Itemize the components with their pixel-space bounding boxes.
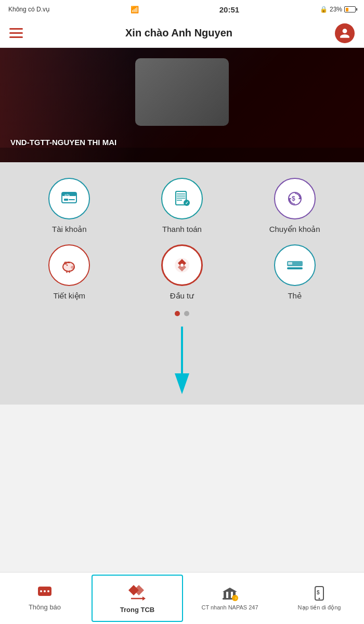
svg-text:⚡: ⚡ [233, 595, 238, 601]
service-tai-khoan[interactable]: </> Tài khoản [16, 178, 123, 234]
battery-percent: 23% [330, 6, 342, 13]
svg-rect-26 [287, 267, 303, 269]
arrow-annotation [10, 327, 354, 389]
nav-ct-nhanh[interactable]: ⚡ CT nhanh NAPAS 247 [185, 573, 275, 624]
chuyen-khoan-icon-wrap: $ [274, 178, 316, 219]
svg-rect-18 [67, 262, 70, 263]
tai-khoan-icon-wrap: </> [48, 178, 90, 219]
battery-icon [344, 6, 356, 12]
svg-point-24 [180, 264, 184, 267]
tiet-kiem-icon-wrap [48, 244, 90, 286]
svg-point-46 [319, 598, 320, 600]
dau-tu-label: Đầu tư [170, 291, 194, 301]
message-icon [37, 586, 53, 600]
svg-rect-20 [69, 270, 70, 273]
svg-text:$: $ [317, 590, 320, 595]
tiet-kiem-label: Tiết kiệm [54, 291, 86, 301]
thanh-toan-label: Thanh toán [162, 225, 202, 233]
svg-text:✓: ✓ [185, 201, 189, 205]
nav-nap-tien-label: Nạp tiền di động [298, 604, 341, 611]
banner: VND-TGTT-NGUYEN THI MAI [0, 48, 364, 162]
bank-icon: ⚡ [222, 587, 238, 601]
svg-text:$: $ [292, 195, 295, 202]
svg-rect-27 [288, 262, 292, 265]
dau-tu-icon [172, 255, 192, 276]
thanh-toan-icon: ✓ [172, 188, 192, 209]
svg-point-32 [44, 590, 46, 592]
services-grid: </> Tài khoản ✓ Thanh toán [10, 178, 354, 301]
svg-marker-37 [142, 596, 146, 601]
svg-point-33 [47, 590, 49, 592]
header-title: Xin chào Anh Nguyen [125, 27, 232, 39]
service-dau-tu[interactable]: Đầu tư [128, 244, 236, 301]
dau-tu-icon-wrap [161, 244, 203, 286]
lock-icon: 🔒 [320, 6, 328, 13]
service-chuyen-khoan[interactable]: $ Chuyển khoản [241, 178, 348, 234]
page-dots [10, 311, 354, 316]
the-icon-wrap [274, 244, 316, 286]
svg-rect-39 [224, 592, 226, 598]
svg-rect-19 [66, 270, 68, 273]
arrow-svg [151, 327, 213, 394]
bottom-nav: Thông báo Trong TCB ⚡ CT nhanh NAPAS 247 [0, 572, 364, 624]
tai-khoan-label: Tài khoản [52, 225, 87, 234]
menu-button[interactable] [9, 28, 23, 38]
the-icon [284, 255, 305, 276]
service-the[interactable]: Thẻ [241, 244, 348, 301]
nav-thong-bao-label: Thông báo [29, 603, 61, 611]
carrier-label: Không có D.vụ [8, 6, 50, 13]
nav-trong-tcb[interactable]: Trong TCB [92, 575, 183, 622]
tai-khoan-icon: </> [59, 188, 80, 209]
svg-rect-40 [228, 592, 231, 598]
status-right: 🔒 23% [320, 6, 356, 13]
banner-account-label: VND-TGTT-NGUYEN THI MAI [10, 138, 116, 147]
thanh-toan-icon-wrap: ✓ [161, 178, 203, 219]
user-icon [339, 28, 350, 39]
svg-text:</>: </> [64, 193, 70, 197]
service-thanh-toan[interactable]: ✓ Thanh toán [128, 178, 236, 234]
time-label: 20:51 [219, 5, 239, 14]
chuyen-khoan-icon: $ [284, 188, 305, 209]
avatar-button[interactable] [335, 23, 355, 43]
header: Xin chào Anh Nguyen [0, 19, 364, 48]
service-tiet-kiem[interactable]: Tiết kiệm [16, 244, 123, 301]
status-bar: Không có D.vụ 📶 20:51 🔒 23% [0, 0, 364, 19]
banner-card [135, 58, 229, 126]
svg-rect-2 [64, 199, 68, 201]
chuyen-khoan-label: Chuyển khoản [269, 225, 320, 234]
nav-ct-nhanh-label: CT nhanh NAPAS 247 [201, 604, 258, 610]
svg-point-16 [67, 265, 68, 266]
main-content: </> Tài khoản ✓ Thanh toán [0, 162, 364, 405]
nav-thong-bao[interactable]: Thông báo [0, 573, 89, 624]
dot-1 [175, 311, 180, 316]
nav-trong-tcb-label: Trong TCB [120, 606, 154, 614]
svg-marker-38 [223, 588, 237, 592]
dot-2 [184, 311, 189, 316]
tcb-icon [126, 583, 149, 603]
phone-icon: $ [312, 586, 327, 601]
the-label: Thẻ [288, 291, 302, 301]
svg-point-31 [40, 590, 42, 592]
tiet-kiem-icon [59, 255, 80, 276]
wifi-icon: 📶 [131, 6, 139, 14]
svg-point-17 [71, 266, 75, 269]
nav-nap-tien[interactable]: $ Nạp tiền di động [275, 573, 364, 624]
svg-point-15 [64, 262, 67, 265]
